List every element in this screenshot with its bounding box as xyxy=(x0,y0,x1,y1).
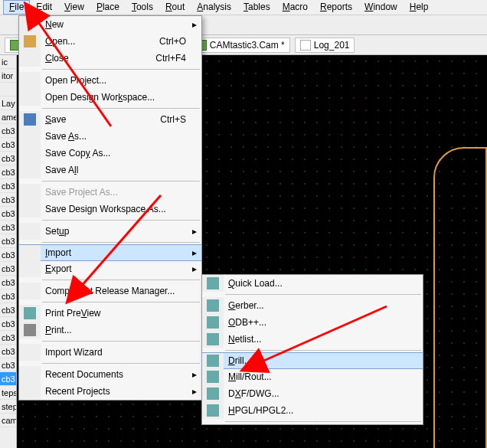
menu-shortcut: Ctrl+O xyxy=(159,36,186,47)
side-item[interactable]: cb3 xyxy=(0,276,16,289)
menu-separator xyxy=(42,220,200,221)
menu-item-label: Save All xyxy=(45,165,78,175)
menu-item[interactable]: Save All xyxy=(19,162,201,178)
menu-item-label: Quick Load... xyxy=(228,278,283,289)
menu-item[interactable]: Export▸ xyxy=(19,260,201,277)
side-item[interactable]: itor xyxy=(0,69,16,83)
menu-shortcut: Ctrl+F4 xyxy=(155,53,186,64)
menu-separator xyxy=(42,69,200,70)
submenu-arrow-icon: ▸ xyxy=(192,263,197,274)
menu-macro[interactable]: Macro xyxy=(276,0,314,15)
side-item[interactable]: cb3 xyxy=(0,289,16,303)
odb-icon xyxy=(202,314,224,331)
log-icon xyxy=(300,40,311,51)
menu-help[interactable]: Help xyxy=(404,0,435,15)
menu-item[interactable]: Recent Projects▸ xyxy=(19,383,201,400)
hpgl-icon xyxy=(202,402,224,419)
side-item[interactable]: cb3 xyxy=(0,152,16,165)
side-item[interactable]: cb3 xyxy=(0,372,16,386)
menu-tables[interactable]: Tables xyxy=(237,0,276,15)
blank-icon xyxy=(19,162,41,178)
mill-icon xyxy=(202,368,224,385)
side-item[interactable]: cb3 xyxy=(0,193,16,207)
side-item[interactable]: cb3 xyxy=(0,248,16,262)
menu-reports[interactable]: Reports xyxy=(314,0,358,15)
menu-item[interactable]: Netlist... xyxy=(202,331,423,348)
menu-item-label: Print PreView xyxy=(45,308,101,319)
side-item[interactable]: cb3 xyxy=(0,138,16,152)
side-item[interactable]: cb3 xyxy=(0,207,16,221)
side-item[interactable]: ame xyxy=(0,110,16,124)
menu-item-label: New xyxy=(45,19,64,30)
blank-icon xyxy=(19,145,41,162)
side-item[interactable]: cb3 xyxy=(0,345,16,358)
blank-icon xyxy=(19,260,41,277)
side-item[interactable]: cb3 xyxy=(0,179,16,193)
side-item[interactable]: teps xyxy=(0,386,16,400)
menu-item[interactable]: HPGL/HPGL2... xyxy=(202,402,423,419)
gerber-icon xyxy=(202,297,224,314)
dxf-icon xyxy=(202,385,224,402)
side-item[interactable]: cb3 xyxy=(0,358,16,372)
side-item[interactable]: cb3 xyxy=(0,221,16,234)
menu-item[interactable]: Import▸ xyxy=(18,244,202,261)
side-item[interactable]: cb3 xyxy=(0,234,16,248)
menu-analysis[interactable]: Analysis xyxy=(191,0,237,15)
side-item[interactable]: cb3 xyxy=(0,165,16,179)
side-item[interactable]: cb3 xyxy=(0,262,16,276)
menu-item[interactable]: Print... xyxy=(19,322,201,338)
menu-item[interactable]: Save Copy As... xyxy=(19,145,201,162)
menu-shortcut: Ctrl+S xyxy=(160,114,186,125)
menu-item[interactable]: Save Design Workspace As... xyxy=(19,201,201,217)
menu-item[interactable]: Setup▸ xyxy=(19,223,201,240)
side-item[interactable]: cam xyxy=(0,414,16,427)
menu-item[interactable]: DXF/DWG... xyxy=(202,385,423,402)
menu-item[interactable]: CloseCtrl+F4 xyxy=(19,50,201,67)
menu-item[interactable]: Print PreView xyxy=(19,305,201,322)
menu-item[interactable]: Save As... xyxy=(19,128,201,145)
menu-item[interactable]: Open Design Workspace... xyxy=(19,89,201,106)
doc-tab[interactable]: CAMtastic3.Cam * xyxy=(191,38,290,53)
import-submenu: Quick Load...Gerber...ODB++...Netlist...… xyxy=(201,274,423,425)
side-item[interactable]: cb3 xyxy=(0,303,16,317)
menu-item[interactable]: SaveCtrl+S xyxy=(19,111,201,128)
menu-place[interactable]: Place xyxy=(90,0,126,15)
blank-icon xyxy=(19,383,41,400)
drill-icon xyxy=(202,353,224,368)
menu-item[interactable]: New▸ xyxy=(19,16,201,33)
menu-separator xyxy=(225,350,421,351)
menu-item[interactable]: Gerber... xyxy=(202,297,423,314)
menu-item[interactable]: Import Wizard xyxy=(19,344,201,361)
side-item[interactable]: ic xyxy=(0,55,16,69)
menu-item[interactable]: Component Release Manager... xyxy=(19,283,201,299)
side-item[interactable]: cb3 xyxy=(0,124,16,138)
menu-item-label: Recent Documents xyxy=(45,369,123,380)
menu-item[interactable]: Recent Documents▸ xyxy=(19,366,201,383)
side-item[interactable]: cb3 xyxy=(0,331,16,345)
menu-separator xyxy=(42,363,200,364)
blank-icon xyxy=(19,245,41,260)
blank-icon xyxy=(19,344,41,361)
menu-item-label: Drill... xyxy=(228,355,252,366)
side-item[interactable]: step xyxy=(0,400,16,414)
menu-edit[interactable]: Edit xyxy=(30,0,58,15)
menu-item[interactable]: Drill... xyxy=(201,352,423,369)
menu-item[interactable]: Open...Ctrl+O xyxy=(19,33,201,50)
blank-icon xyxy=(19,201,41,217)
menu-item-label: Component Release Manager... xyxy=(45,286,175,296)
side-panel: icitorLayamecb3cb3cb3cb3cb3cb3cb3cb3cb3c… xyxy=(0,55,17,448)
doc-tab[interactable]: Log_201 xyxy=(295,38,355,53)
side-item[interactable]: Lay xyxy=(0,96,16,110)
menu-item[interactable]: Quick Load... xyxy=(202,275,423,292)
menu-tools[interactable]: Tools xyxy=(126,0,159,15)
menu-file[interactable]: File xyxy=(3,0,30,15)
menu-item[interactable]: Mill/Rout... xyxy=(202,368,423,385)
menu-rout[interactable]: Rout xyxy=(159,0,191,15)
menu-item[interactable]: ODB++... xyxy=(202,314,423,331)
blank-icon xyxy=(19,50,41,67)
side-item[interactable]: cb3 xyxy=(0,317,16,331)
menu-item[interactable]: Open Project... xyxy=(19,72,201,89)
side-item[interactable] xyxy=(0,83,16,96)
menu-window[interactable]: Window xyxy=(358,0,404,15)
menu-view[interactable]: View xyxy=(58,0,90,15)
